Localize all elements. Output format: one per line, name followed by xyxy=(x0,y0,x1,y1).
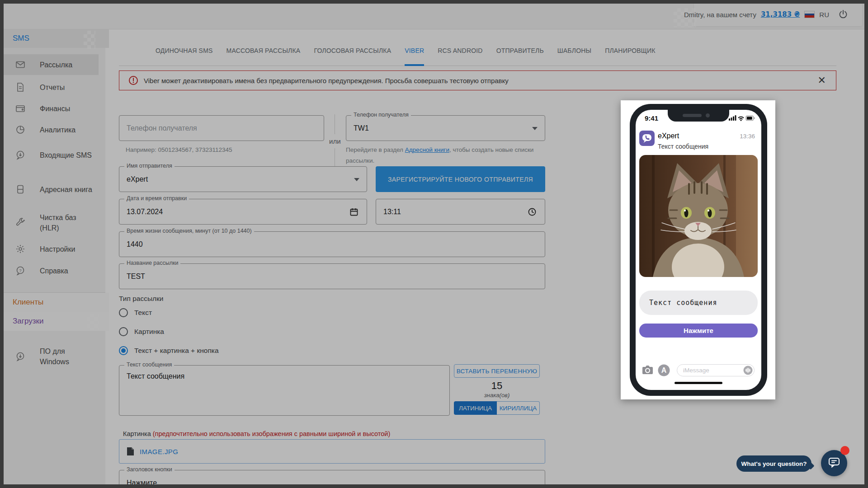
status-time: 9:41 xyxy=(645,114,658,122)
message-bubble: Текст сообщения xyxy=(639,291,758,315)
chat-bubble-icon xyxy=(828,456,840,470)
imessage-placeholder: iMessage xyxy=(683,367,743,374)
home-indicator xyxy=(675,382,722,384)
front-camera xyxy=(706,113,710,117)
imessage-input: iMessage xyxy=(677,364,755,376)
notification-sender: eXpert xyxy=(658,132,679,140)
iphone-mockup: 9:41 xyxy=(630,104,767,396)
speaker-slot xyxy=(683,114,702,117)
viber-campaign-page: Dmitry, на вашем счету 31,3183 ₴ RU SMS … xyxy=(0,0,868,488)
viber-action-button: Нажмите xyxy=(639,324,758,338)
cat-photo xyxy=(639,155,758,277)
message-bubble-text: Текст сообщения xyxy=(649,299,717,307)
voice-wave-icon xyxy=(743,366,753,375)
battery-icon xyxy=(746,116,755,121)
notification-text: Текст сообщения xyxy=(658,143,708,150)
wifi-icon xyxy=(739,117,744,119)
app-store-icon: A xyxy=(658,364,670,376)
phone-screen: 9:41 xyxy=(636,110,761,390)
signal-bars-icon xyxy=(729,115,736,121)
status-icons xyxy=(729,114,755,122)
notification-dot xyxy=(840,446,849,455)
svg-text:A: A xyxy=(661,366,667,374)
notification-time: 13:36 xyxy=(740,133,755,140)
viber-icon xyxy=(639,131,655,146)
notch xyxy=(668,110,729,122)
chat-question-bubble[interactable]: What's your question? xyxy=(736,455,811,472)
phone-preview-panel: 9:41 xyxy=(621,100,775,399)
camera-icon xyxy=(642,365,654,375)
